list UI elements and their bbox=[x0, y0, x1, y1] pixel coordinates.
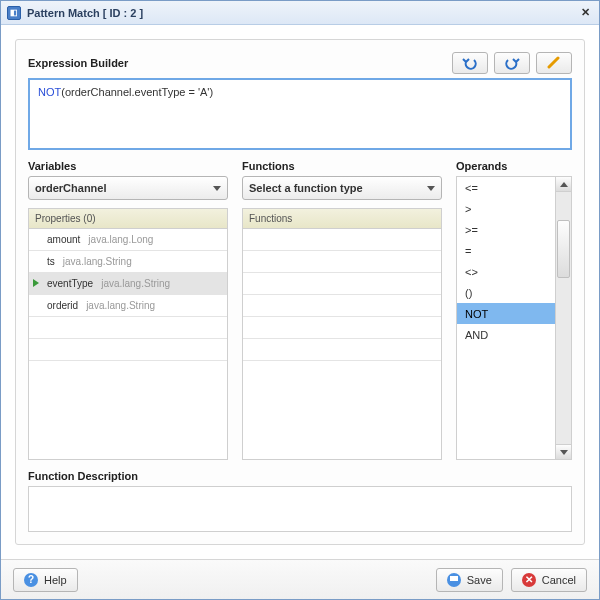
function-description-label: Function Description bbox=[28, 470, 138, 482]
property-type: java.lang.String bbox=[86, 300, 155, 311]
property-name: ts bbox=[47, 256, 55, 267]
operand-item[interactable]: <> bbox=[457, 261, 555, 282]
expression-textarea[interactable]: NOT(orderChannel.eventType = 'A') bbox=[28, 78, 572, 150]
property-name: orderid bbox=[47, 300, 78, 311]
variables-selector[interactable]: orderChannel bbox=[28, 176, 228, 200]
functions-column: Functions Select a function type Functio… bbox=[242, 160, 442, 460]
help-button[interactable]: ? Help bbox=[13, 568, 78, 592]
property-name: eventType bbox=[47, 278, 93, 289]
chevron-down-icon bbox=[427, 186, 435, 191]
property-type: java.lang.Long bbox=[88, 234, 153, 245]
property-name: amount bbox=[47, 234, 80, 245]
scroll-up-button[interactable] bbox=[556, 177, 571, 192]
variables-panel: Properties (0) amountjava.lang.Longtsjav… bbox=[28, 208, 228, 460]
list-item[interactable] bbox=[243, 229, 441, 251]
pencil-icon bbox=[546, 56, 562, 70]
titlebar: ◧ Pattern Match [ ID : 2 ] ✕ bbox=[1, 1, 599, 25]
list-item[interactable] bbox=[243, 251, 441, 273]
property-row[interactable]: amountjava.lang.Long bbox=[29, 229, 227, 251]
columns: Variables orderChannel Properties (0) am… bbox=[28, 160, 572, 460]
operand-item[interactable]: > bbox=[457, 198, 555, 219]
save-icon bbox=[447, 573, 461, 587]
variables-panel-head: Properties (0) bbox=[29, 209, 227, 229]
expression-header-row: Expression Builder bbox=[28, 52, 572, 74]
list-item[interactable] bbox=[243, 339, 441, 361]
property-row[interactable]: eventTypejava.lang.String bbox=[29, 273, 227, 295]
help-label: Help bbox=[44, 574, 67, 586]
operand-item[interactable]: = bbox=[457, 240, 555, 261]
edit-button[interactable] bbox=[536, 52, 572, 74]
save-button[interactable]: Save bbox=[436, 568, 503, 592]
operand-item[interactable]: () bbox=[457, 282, 555, 303]
variables-selector-value: orderChannel bbox=[35, 182, 107, 194]
triangle-up-icon bbox=[560, 182, 568, 187]
chevron-down-icon bbox=[213, 186, 221, 191]
expression-toolbar bbox=[452, 52, 572, 74]
window-title: Pattern Match [ ID : 2 ] bbox=[27, 7, 143, 19]
property-type: java.lang.String bbox=[101, 278, 170, 289]
list-item[interactable] bbox=[29, 339, 227, 361]
app-icon: ◧ bbox=[7, 6, 21, 20]
function-description-section: Function Description bbox=[28, 470, 572, 532]
list-item[interactable] bbox=[243, 273, 441, 295]
operands-column: Operands <=>>==<>()NOTAND bbox=[456, 160, 572, 460]
cancel-button[interactable]: ✕ Cancel bbox=[511, 568, 587, 592]
triangle-down-icon bbox=[560, 450, 568, 455]
list-item[interactable] bbox=[243, 295, 441, 317]
variables-label: Variables bbox=[28, 160, 228, 172]
functions-panel: Functions bbox=[242, 208, 442, 460]
property-row[interactable]: tsjava.lang.String bbox=[29, 251, 227, 273]
selection-arrow-icon bbox=[33, 279, 39, 287]
expression-text: (orderChannel.eventType = 'A') bbox=[61, 86, 213, 98]
list-item[interactable] bbox=[29, 317, 227, 339]
redo-icon bbox=[503, 56, 521, 70]
undo-icon bbox=[461, 56, 479, 70]
function-description-box bbox=[28, 486, 572, 532]
svg-line-0 bbox=[549, 58, 558, 67]
help-icon: ? bbox=[24, 573, 38, 587]
expression-builder-label: Expression Builder bbox=[28, 57, 128, 69]
cancel-icon: ✕ bbox=[522, 573, 536, 587]
functions-selector[interactable]: Select a function type bbox=[242, 176, 442, 200]
undo-button[interactable] bbox=[452, 52, 488, 74]
content-area: Expression Builder NOT(orderChannel.even… bbox=[1, 25, 599, 559]
close-icon[interactable]: ✕ bbox=[577, 5, 593, 21]
operands-label: Operands bbox=[456, 160, 572, 172]
save-label: Save bbox=[467, 574, 492, 586]
operands-list: <=>>==<>()NOTAND bbox=[457, 177, 555, 459]
functions-label: Functions bbox=[242, 160, 442, 172]
scrollbar[interactable] bbox=[555, 177, 571, 459]
operand-item[interactable]: >= bbox=[457, 219, 555, 240]
redo-button[interactable] bbox=[494, 52, 530, 74]
operands-panel: <=>>==<>()NOTAND bbox=[456, 176, 572, 460]
dialog-window: ◧ Pattern Match [ ID : 2 ] ✕ Expression … bbox=[0, 0, 600, 600]
operand-item[interactable]: <= bbox=[457, 177, 555, 198]
operand-item[interactable]: NOT bbox=[457, 303, 555, 324]
expression-keyword: NOT bbox=[38, 86, 61, 98]
property-type: java.lang.String bbox=[63, 256, 132, 267]
property-row[interactable]: orderidjava.lang.String bbox=[29, 295, 227, 317]
scroll-track[interactable] bbox=[556, 192, 571, 444]
footer: ? Help Save ✕ Cancel bbox=[1, 559, 599, 599]
list-item[interactable] bbox=[243, 317, 441, 339]
cancel-label: Cancel bbox=[542, 574, 576, 586]
functions-panel-head: Functions bbox=[243, 209, 441, 229]
scroll-thumb[interactable] bbox=[557, 220, 570, 278]
functions-selector-value: Select a function type bbox=[249, 182, 363, 194]
scroll-down-button[interactable] bbox=[556, 444, 571, 459]
inner-panel: Expression Builder NOT(orderChannel.even… bbox=[15, 39, 585, 545]
operand-item[interactable]: AND bbox=[457, 324, 555, 345]
variables-list: amountjava.lang.Longtsjava.lang.Stringev… bbox=[29, 229, 227, 361]
variables-column: Variables orderChannel Properties (0) am… bbox=[28, 160, 228, 460]
functions-list bbox=[243, 229, 441, 361]
